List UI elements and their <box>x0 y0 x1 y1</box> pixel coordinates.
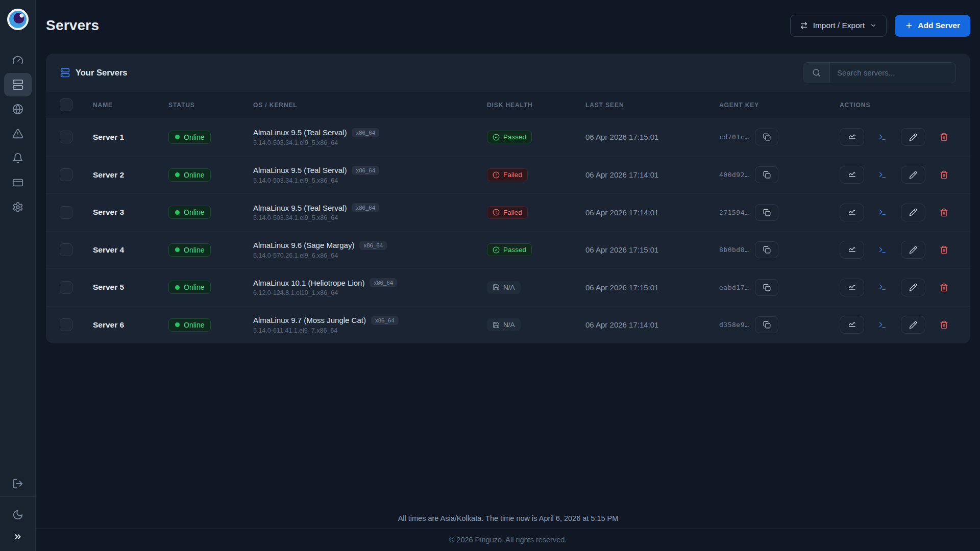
delete-button[interactable] <box>940 245 948 254</box>
row-checkbox[interactable] <box>60 206 72 219</box>
panel-title: Your Servers <box>60 68 128 78</box>
pencil-icon <box>909 283 917 291</box>
row-checkbox[interactable] <box>60 131 72 143</box>
trash-icon <box>940 133 948 141</box>
alert-triangle-icon <box>12 128 23 139</box>
online-dot-icon <box>175 172 180 177</box>
copy-agent-key-button[interactable] <box>755 204 778 221</box>
moon-icon <box>12 509 23 520</box>
kernel-version: 5.14.0-503.34.1.el9_5.x86_64 <box>253 139 487 146</box>
edit-button[interactable] <box>901 279 925 296</box>
charts-button[interactable] <box>840 316 864 334</box>
terminal-icon <box>878 321 887 329</box>
delete-button[interactable] <box>940 133 948 141</box>
delete-button[interactable] <box>940 283 948 292</box>
logout-button[interactable] <box>4 472 32 495</box>
sidebar-bottom <box>0 472 35 551</box>
edit-button[interactable] <box>901 128 925 146</box>
edit-button[interactable] <box>901 166 925 184</box>
terminal-button[interactable] <box>878 208 887 216</box>
kernel-version: 5.14.0-503.34.1.el9_5.x86_64 <box>253 177 487 184</box>
charts-button[interactable] <box>840 128 864 146</box>
delete-button[interactable] <box>940 320 948 329</box>
pencil-icon <box>909 246 917 254</box>
os-name: AlmaLinux 9.7 (Moss Jungle Cat) <box>253 316 366 324</box>
terminal-button[interactable] <box>878 246 887 254</box>
sidebar-item-billing[interactable] <box>4 171 32 194</box>
header-actions: Import / Export Add Server <box>790 15 970 37</box>
edit-button[interactable] <box>901 204 925 221</box>
agent-key: d358e9… <box>719 321 749 329</box>
row-checkbox[interactable] <box>60 168 72 181</box>
app-logo[interactable] <box>6 8 30 31</box>
copy-agent-key-button[interactable] <box>755 279 778 296</box>
table-row: Server 4 Online AlmaLinux 9.6 (Sage Marg… <box>46 231 970 269</box>
trash-icon <box>940 245 948 254</box>
disk-health-badge: N/A <box>487 318 521 331</box>
disk-icon <box>493 321 500 329</box>
charts-button[interactable] <box>840 166 864 184</box>
row-checkbox[interactable] <box>60 243 72 256</box>
copy-agent-key-button[interactable] <box>755 241 778 258</box>
row-checkbox[interactable] <box>60 281 72 294</box>
search-icon-segment <box>803 63 830 83</box>
last-seen: 06 Apr 2026 17:14:01 <box>585 170 719 179</box>
row-checkbox[interactable] <box>60 318 72 331</box>
charts-button[interactable] <box>840 241 864 259</box>
charts-button[interactable] <box>840 204 864 221</box>
os-name: AlmaLinux 9.5 (Teal Serval) <box>253 166 347 174</box>
arch-chip: x86_64 <box>352 166 379 175</box>
copy-agent-key-button[interactable] <box>755 129 778 145</box>
server-name: Server 1 <box>93 133 168 142</box>
search-box <box>803 62 956 83</box>
terminal-button[interactable] <box>878 133 887 141</box>
copy-icon <box>763 284 771 291</box>
logout-icon <box>12 478 23 489</box>
pencil-icon <box>909 133 917 141</box>
server-name: Server 3 <box>93 208 168 217</box>
add-server-label: Add Server <box>918 21 960 30</box>
sidebar-item-alerts[interactable] <box>4 122 32 145</box>
theme-toggle-button[interactable] <box>4 503 32 527</box>
charts-button[interactable] <box>840 279 864 296</box>
copy-agent-key-button[interactable] <box>755 166 778 183</box>
delete-button[interactable] <box>940 208 948 217</box>
sidebar <box>0 0 36 551</box>
sidebar-item-dashboard[interactable] <box>4 48 32 72</box>
terminal-button[interactable] <box>878 283 887 291</box>
disk-health-badge: Passed <box>487 243 532 256</box>
copy-icon <box>763 171 771 179</box>
delete-button[interactable] <box>940 170 948 179</box>
select-all-checkbox[interactable] <box>60 98 72 111</box>
server-name: Server 5 <box>93 283 168 292</box>
trash-icon <box>940 170 948 179</box>
check-circle-icon <box>493 134 500 141</box>
plus-icon <box>905 21 913 30</box>
sidebar-item-settings[interactable] <box>4 195 32 219</box>
sidebar-item-network[interactable] <box>4 97 32 121</box>
search-input[interactable] <box>830 63 955 83</box>
globe-icon <box>12 104 23 115</box>
edit-button[interactable] <box>901 316 925 334</box>
check-circle-icon <box>493 246 500 254</box>
copy-icon <box>763 246 771 254</box>
column-header-actions: ACTIONS <box>840 102 970 109</box>
terminal-button[interactable] <box>878 171 887 179</box>
copy-agent-key-button[interactable] <box>755 316 778 333</box>
edit-button[interactable] <box>901 241 925 259</box>
page-title: Servers <box>46 17 99 34</box>
sidebar-item-notifications[interactable] <box>4 146 32 170</box>
terminal-icon <box>878 171 887 179</box>
add-server-button[interactable]: Add Server <box>895 15 970 37</box>
agent-key: 8b0bd8… <box>719 246 749 254</box>
os-name: AlmaLinux 10.1 (Heliotrope Lion) <box>253 279 364 287</box>
import-export-button[interactable]: Import / Export <box>790 15 887 37</box>
copy-icon <box>763 321 771 329</box>
alert-circle-icon <box>493 209 500 216</box>
terminal-button[interactable] <box>878 321 887 329</box>
sidebar-expand-button[interactable] <box>4 527 32 547</box>
os-name: AlmaLinux 9.5 (Teal Serval) <box>253 204 347 212</box>
sidebar-item-servers[interactable] <box>4 73 32 96</box>
server-name: Server 4 <box>93 245 168 255</box>
last-seen: 06 Apr 2026 17:14:01 <box>585 320 719 329</box>
